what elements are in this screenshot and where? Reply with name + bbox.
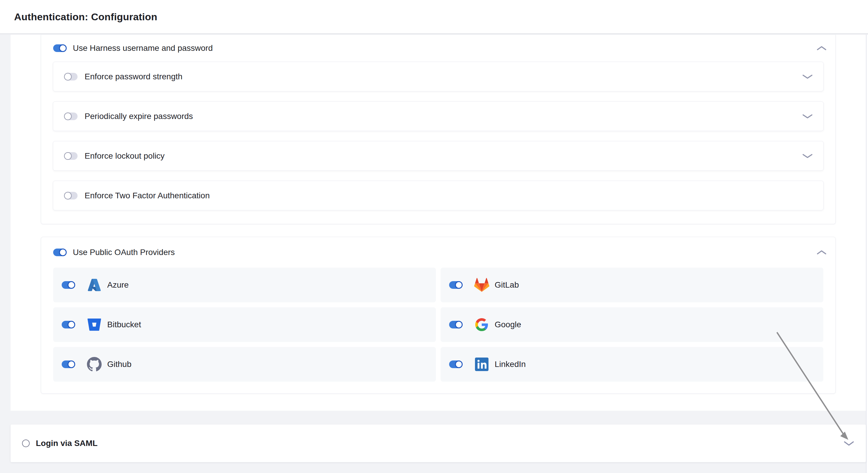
bitbucket-toggle[interactable] xyxy=(62,321,75,328)
chevron-down-icon xyxy=(802,74,813,80)
row-label: Enforce password strength xyxy=(85,72,182,82)
provider-tile-azure: Azure xyxy=(53,267,436,302)
row-lockout-policy: Enforce lockout policy xyxy=(53,141,824,171)
lockout-policy-toggle[interactable] xyxy=(64,152,78,160)
page-header: Authentication: Configuration xyxy=(0,0,868,34)
oauth-section-title: Use Public OAuth Providers xyxy=(73,248,175,257)
provider-name: Bitbucket xyxy=(107,320,141,329)
saml-section-title: Login via SAML xyxy=(36,439,97,448)
row-enforce-password-strength: Enforce password strength xyxy=(53,62,824,91)
row-label: Enforce lockout policy xyxy=(85,151,164,161)
lockout-policy-expand-button[interactable] xyxy=(802,153,813,159)
oauth-section-header: Use Public OAuth Providers xyxy=(41,237,835,267)
expire-passwords-expand-button[interactable] xyxy=(802,114,813,119)
azure-toggle[interactable] xyxy=(62,281,75,289)
harness-login-toggle[interactable] xyxy=(53,44,66,52)
toggle-knob xyxy=(68,281,75,289)
toggle-knob xyxy=(455,360,463,368)
chevron-down-icon xyxy=(802,153,813,159)
provider-tile-linkedin: LinkedIn xyxy=(441,347,823,382)
provider-name: GitLab xyxy=(495,280,519,290)
github-icon xyxy=(87,357,102,372)
scrollbar[interactable] xyxy=(866,35,867,473)
harness-collapse-button[interactable] xyxy=(816,45,827,51)
row-two-factor-auth: Enforce Two Factor Authentication xyxy=(53,181,824,210)
toggle-knob xyxy=(64,152,72,160)
bitbucket-icon xyxy=(87,317,102,332)
toggle-knob xyxy=(64,192,72,199)
saml-expand-button[interactable] xyxy=(844,440,854,447)
page-title: Authentication: Configuration xyxy=(14,11,157,23)
oauth-provider-grid: Azure G xyxy=(41,267,835,382)
oauth-section: Use Public OAuth Providers Azure xyxy=(41,237,836,394)
harness-section-header: Use Harness username and password xyxy=(41,35,835,62)
toggle-knob xyxy=(59,249,67,256)
chevron-down-icon xyxy=(844,440,854,447)
linkedin-icon xyxy=(474,357,489,372)
linkedin-toggle[interactable] xyxy=(449,360,462,368)
google-icon xyxy=(474,317,489,332)
content-area: Use Harness username and password Enforc… xyxy=(0,35,868,473)
toggle-knob xyxy=(68,360,75,368)
saml-radio[interactable] xyxy=(22,440,30,447)
toggle-knob xyxy=(59,44,67,52)
gitlab-icon xyxy=(474,277,489,293)
row-label: Enforce Two Factor Authentication xyxy=(85,191,210,200)
chevron-up-icon xyxy=(816,45,827,51)
github-toggle[interactable] xyxy=(62,360,75,368)
oauth-toggle[interactable] xyxy=(53,249,66,256)
toggle-knob xyxy=(64,73,72,81)
provider-tile-google: Google xyxy=(441,307,823,342)
provider-tile-bitbucket: Bitbucket xyxy=(53,307,436,342)
auth-settings-panel: Use Harness username and password Enforc… xyxy=(10,35,866,411)
toggle-knob xyxy=(64,113,72,120)
row-expire-passwords: Periodically expire passwords xyxy=(53,101,824,131)
saml-section: Login via SAML xyxy=(10,424,866,462)
expire-passwords-toggle[interactable] xyxy=(64,113,78,120)
password-strength-expand-button[interactable] xyxy=(802,74,813,80)
harness-login-section: Use Harness username and password Enforc… xyxy=(41,35,836,224)
provider-name: Github xyxy=(107,359,132,369)
provider-tile-github: Github xyxy=(53,347,436,382)
toggle-knob xyxy=(455,281,463,289)
chevron-down-icon xyxy=(802,114,813,119)
provider-name: Google xyxy=(495,320,521,329)
chevron-up-icon xyxy=(816,249,827,255)
toggle-knob xyxy=(68,321,75,328)
oauth-collapse-button[interactable] xyxy=(816,249,827,255)
provider-name: LinkedIn xyxy=(495,359,526,369)
two-factor-toggle[interactable] xyxy=(64,192,78,199)
provider-name: Azure xyxy=(107,280,129,290)
azure-icon xyxy=(87,277,102,293)
harness-section-title: Use Harness username and password xyxy=(73,43,213,53)
gitlab-toggle[interactable] xyxy=(449,281,462,289)
row-label: Periodically expire passwords xyxy=(85,112,193,121)
google-toggle[interactable] xyxy=(449,321,462,328)
password-strength-toggle[interactable] xyxy=(64,73,78,81)
toggle-knob xyxy=(455,321,463,328)
provider-tile-gitlab: GitLab xyxy=(441,267,823,302)
password-policy-list: Enforce password strength Periodically e… xyxy=(41,62,835,210)
